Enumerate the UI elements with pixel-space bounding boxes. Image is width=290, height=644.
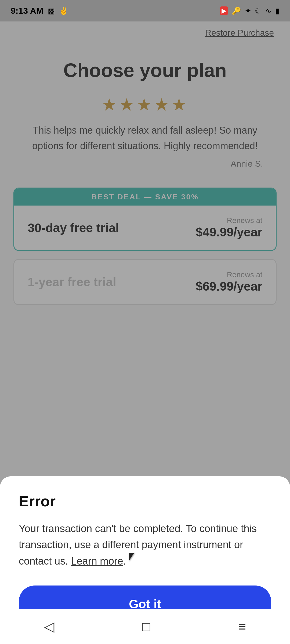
nav-bar: ◁ □ ≡ [0,609,290,644]
error-message: Your transaction can't be completed. To … [19,521,271,569]
learn-more-link[interactable]: Learn more [71,555,123,567]
battery-icon: ▮ [275,6,279,15]
bluetooth-icon: ✦ [245,6,251,15]
status-time: 9:13 AM [11,6,44,16]
menu-button[interactable]: ≡ [238,619,246,634]
error-title: Error [19,492,271,510]
home-button[interactable]: □ [142,619,150,634]
key-icon: 🔑 [232,6,241,15]
record-icon: ▶ [220,6,228,15]
back-button[interactable]: ◁ [44,619,54,634]
wifi-icon: ∿ [265,6,271,15]
moon-icon: ☾ [255,6,262,15]
status-icons-right: ▶ 🔑 ✦ ☾ ∿ ▮ [220,6,279,15]
status-bar: 9:13 AM ▩ ✌ ▶ 🔑 ✦ ☾ ∿ ▮ [0,0,290,21]
video-call-icon: ▩ [48,6,55,15]
gesture-icon: ✌ [59,6,68,15]
error-message-text: Your transaction can't be completed. To … [19,523,257,567]
